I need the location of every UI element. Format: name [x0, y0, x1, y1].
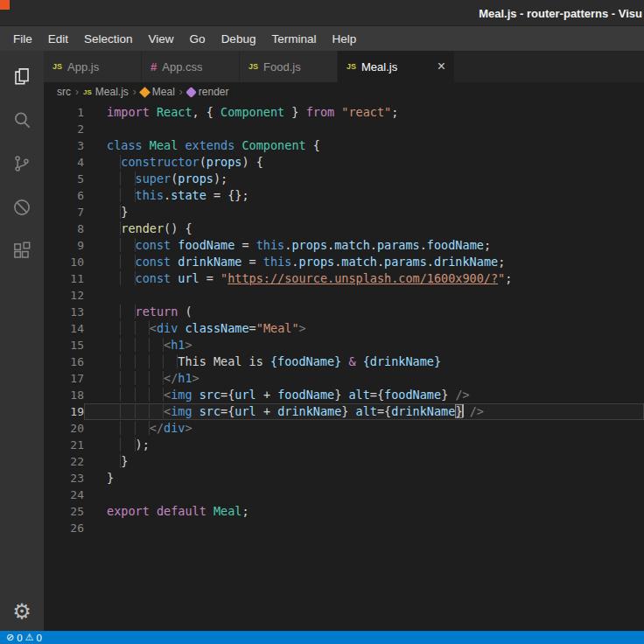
code-token: [356, 354, 363, 368]
code-line-2[interactable]: 2: [44, 121, 644, 137]
code-line-9[interactable]: 9 const foodName = this.props.match.para…: [44, 237, 644, 254]
code-token: this: [263, 255, 292, 269]
code-token: return: [136, 304, 178, 318]
line-number[interactable]: 1: [44, 104, 84, 121]
line-number[interactable]: 7: [44, 204, 84, 220]
debug-icon[interactable]: [1, 186, 43, 229]
code-token: export: [107, 504, 150, 518]
code-token: = {};: [206, 188, 249, 202]
code-token: =: [234, 238, 256, 252]
breadcrumb-item-meal[interactable]: Meal: [140, 86, 176, 98]
code-token: [107, 188, 136, 202]
explorer-icon[interactable]: [1, 54, 43, 98]
breadcrumb-item-render[interactable]: render: [186, 86, 230, 98]
code-line-16[interactable]: 16 This Meal is {foodName} & {drinkName}: [44, 354, 644, 370]
tab-meal-js[interactable]: JSMeal.js×: [338, 51, 455, 82]
line-number[interactable]: 12: [44, 287, 84, 304]
line-number[interactable]: 14: [44, 320, 84, 337]
menu-selection[interactable]: Selection: [76, 29, 141, 49]
line-number[interactable]: 6: [44, 187, 84, 204]
tab-app-css[interactable]: #App.css: [142, 51, 240, 82]
line-number[interactable]: 4: [44, 154, 84, 171]
code-line-13[interactable]: 13 return (: [44, 304, 644, 320]
extensions-icon[interactable]: [1, 229, 43, 273]
line-number[interactable]: 5: [44, 171, 84, 187]
line-number[interactable]: 21: [44, 437, 84, 453]
problems-indicator[interactable]: ⊘ 0 ⚠ 0: [6, 632, 42, 643]
menu-edit[interactable]: Edit: [40, 29, 76, 49]
menu-debug[interactable]: Debug: [214, 29, 264, 49]
line-number[interactable]: 19: [44, 403, 84, 420]
code-line-4[interactable]: 4 constructor(props) {: [44, 154, 644, 171]
code-token: constructor: [121, 155, 199, 169]
close-icon[interactable]: ×: [438, 60, 445, 74]
source-control-icon[interactable]: [1, 142, 43, 186]
code-line-5[interactable]: 5 super(props);: [44, 171, 644, 187]
code-line-14[interactable]: 14 <div className="Meal">: [44, 320, 644, 337]
code-line-12[interactable]: 12: [44, 287, 644, 304]
code-line-6[interactable]: 6 this.state = {};: [44, 187, 644, 204]
line-number[interactable]: 3: [44, 137, 84, 154]
code-line-21[interactable]: 21 );: [44, 437, 644, 453]
code-line-10[interactable]: 10 const drinkName = this.props.match.pa…: [44, 254, 644, 270]
breadcrumb-item-meal-js[interactable]: JSMeal.js: [82, 86, 130, 98]
code-line-26[interactable]: 26: [44, 520, 644, 536]
line-number[interactable]: 23: [44, 470, 84, 486]
code-token: </: [150, 421, 164, 435]
code-text: </h1>: [84, 370, 644, 387]
line-number[interactable]: 24: [44, 486, 84, 503]
line-number[interactable]: 10: [44, 254, 84, 270]
line-number[interactable]: 26: [44, 520, 84, 536]
code-line-17[interactable]: 17 </h1>: [44, 370, 644, 387]
code-token: =: [200, 271, 220, 285]
vscode-window: Meal.js - router-patterns - Visu FileEdi…: [0, 0, 644, 644]
code-line-24[interactable]: 24: [44, 486, 644, 503]
code-line-15[interactable]: 15 <h1>: [44, 337, 644, 354]
line-number[interactable]: 11: [44, 270, 84, 287]
code-line-25[interactable]: 25export default Meal;: [44, 503, 644, 520]
url-link[interactable]: https://source.unsplash.com/1600x900/?: [228, 271, 498, 285]
code-token: alt: [348, 388, 369, 402]
code-token: url: [178, 271, 199, 285]
code-line-3[interactable]: 3class Meal extends Component {: [44, 137, 644, 154]
code-token: img: [171, 404, 192, 418]
code-line-18[interactable]: 18 <img src={url + foodName} alt={foodNa…: [44, 387, 644, 403]
tab-app-js[interactable]: JSApp.js: [44, 51, 142, 82]
line-number[interactable]: 13: [44, 304, 84, 320]
code-line-19[interactable]: 19 <img src={url + drinkName} alt={drink…: [44, 403, 644, 420]
search-icon[interactable]: [1, 98, 43, 142]
menu-help[interactable]: Help: [324, 29, 364, 49]
code-line-23[interactable]: 23}: [44, 470, 644, 486]
code-line-20[interactable]: 20 </div>: [44, 420, 644, 437]
code-token: .: [370, 238, 377, 252]
code-token: .: [420, 238, 427, 252]
line-number[interactable]: 16: [44, 354, 84, 370]
line-number[interactable]: 25: [44, 503, 84, 520]
code-area[interactable]: 1import React, { Component } from "react…: [44, 102, 644, 631]
line-number[interactable]: 15: [44, 337, 84, 354]
menu-view[interactable]: View: [141, 29, 182, 49]
title-bar[interactable]: Meal.js - router-patterns - Visu: [0, 0, 644, 26]
code-line-7[interactable]: 7 }: [44, 204, 644, 220]
line-number[interactable]: 22: [44, 453, 84, 470]
line-number[interactable]: 2: [44, 121, 84, 137]
code-line-22[interactable]: 22 }: [44, 453, 644, 470]
menu-file[interactable]: File: [5, 29, 40, 49]
breadcrumb-separator: ›: [176, 86, 186, 98]
line-number[interactable]: 8: [44, 220, 84, 237]
tab-food-js[interactable]: JSFood.js: [240, 51, 338, 82]
code-token: }: [121, 454, 128, 468]
code-token: {drinkName}: [363, 354, 441, 368]
tab-label: Meal.js: [361, 60, 397, 74]
line-number[interactable]: 20: [44, 420, 84, 437]
code-line-8[interactable]: 8 render() {: [44, 220, 644, 237]
breadcrumb-item-src[interactable]: src: [56, 86, 72, 98]
settings-gear-icon[interactable]: ⚙: [1, 592, 43, 631]
line-number[interactable]: 17: [44, 370, 84, 387]
line-number[interactable]: 9: [44, 237, 84, 254]
menu-go[interactable]: Go: [182, 29, 214, 49]
menu-terminal[interactable]: Terminal: [263, 29, 324, 49]
code-line-11[interactable]: 11 const url = "https://source.unsplash.…: [44, 270, 644, 287]
line-number[interactable]: 18: [44, 387, 84, 403]
code-line-1[interactable]: 1import React, { Component } from "react…: [44, 104, 644, 121]
